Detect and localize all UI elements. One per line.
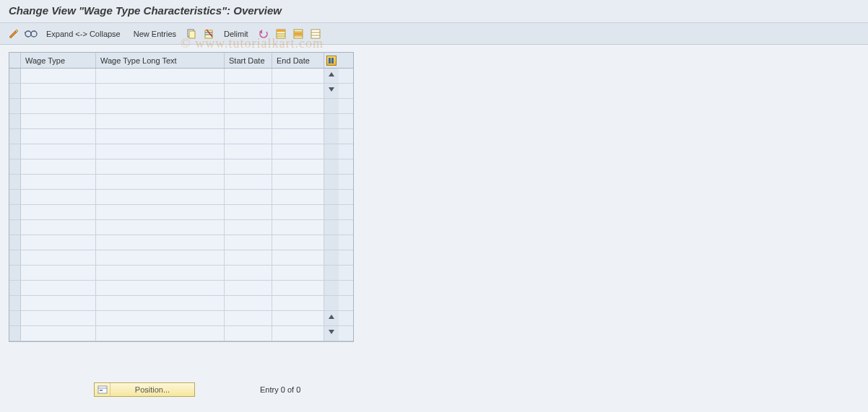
cell-end-date[interactable] [272,144,324,159]
column-header-end-date[interactable]: End Date [272,53,324,68]
cell-long-text[interactable] [96,205,225,219]
cell-wage-type[interactable] [21,175,96,189]
cell-wage-type[interactable] [21,84,96,98]
cell-end-date[interactable] [272,311,324,325]
cell-start-date[interactable] [225,84,272,98]
undo-icon[interactable] [257,27,270,40]
cell-start-date[interactable] [225,99,272,113]
cell-long-text[interactable] [96,99,225,113]
cell-end-date[interactable] [272,84,324,98]
cell-end-date[interactable] [272,175,324,189]
cell-long-text[interactable] [96,190,225,204]
cell-wage-type[interactable] [21,99,96,113]
cell-long-text[interactable] [96,235,225,250]
select-block-icon[interactable] [292,27,305,40]
row-selector[interactable] [9,250,21,265]
cell-start-date[interactable] [225,250,272,265]
row-selector[interactable] [9,235,21,250]
other-view-icon[interactable] [25,27,38,40]
scroll-up-icon[interactable] [327,70,336,79]
cell-long-text[interactable] [96,326,225,341]
scroll-down-bottom-icon[interactable] [327,328,336,336]
column-header-wage-type[interactable]: Wage Type [21,53,96,68]
cell-wage-type[interactable] [21,159,96,174]
copy-icon[interactable] [185,27,198,40]
deselect-all-icon[interactable] [309,27,322,40]
position-button[interactable]: Position... [94,382,195,397]
cell-start-date[interactable] [225,326,272,341]
cell-start-date[interactable] [225,129,272,144]
row-selector[interactable] [9,220,21,235]
cell-start-date[interactable] [225,144,272,159]
row-selector[interactable] [9,205,21,219]
cell-long-text[interactable] [96,266,225,280]
cell-start-date[interactable] [225,235,272,250]
cell-end-date[interactable] [272,235,324,250]
row-selector[interactable] [9,296,21,310]
cell-start-date[interactable] [225,159,272,174]
toggle-display-change-icon[interactable] [7,27,20,40]
cell-end-date[interactable] [272,159,324,174]
cell-end-date[interactable] [272,250,324,265]
row-selector[interactable] [9,190,21,204]
cell-end-date[interactable] [272,129,324,144]
cell-wage-type[interactable] [21,144,96,159]
row-selector[interactable] [9,159,21,174]
cell-wage-type[interactable] [21,296,96,310]
column-header-long-text[interactable]: Wage Type Long Text [96,53,225,68]
row-selector[interactable] [9,311,21,325]
cell-wage-type[interactable] [21,190,96,204]
row-selector[interactable] [9,84,21,98]
select-all-icon[interactable] [274,27,287,40]
cell-start-date[interactable] [225,175,272,189]
cell-long-text[interactable] [96,250,225,265]
cell-long-text[interactable] [96,114,225,128]
cell-end-date[interactable] [272,69,324,83]
row-selector[interactable] [9,69,21,83]
new-entries-button[interactable]: New Entries [129,28,181,40]
row-selector[interactable] [9,129,21,144]
cell-wage-type[interactable] [21,114,96,128]
cell-long-text[interactable] [96,84,225,98]
cell-start-date[interactable] [225,190,272,204]
cell-end-date[interactable] [272,266,324,280]
cell-long-text[interactable] [96,69,225,83]
cell-end-date[interactable] [272,190,324,204]
cell-long-text[interactable] [96,281,225,295]
cell-long-text[interactable] [96,296,225,310]
cell-end-date[interactable] [272,326,324,341]
cell-start-date[interactable] [225,114,272,128]
cell-start-date[interactable] [225,220,272,235]
cell-start-date[interactable] [225,296,272,310]
cell-wage-type[interactable] [21,281,96,295]
table-configure-button[interactable] [324,53,339,68]
cell-start-date[interactable] [225,69,272,83]
cell-long-text[interactable] [96,159,225,174]
cell-wage-type[interactable] [21,69,96,83]
expand-collapse-button[interactable]: Expand <-> Collapse [42,28,125,40]
delimit-button[interactable]: Delimit [220,28,253,40]
row-selector[interactable] [9,266,21,280]
row-selector[interactable] [9,99,21,113]
cell-end-date[interactable] [272,114,324,128]
cell-end-date[interactable] [272,205,324,219]
row-selector[interactable] [9,144,21,159]
cell-start-date[interactable] [225,205,272,219]
cell-long-text[interactable] [96,311,225,325]
cell-wage-type[interactable] [21,220,96,235]
row-selector[interactable] [9,175,21,189]
scroll-up-bottom-icon[interactable] [327,312,336,321]
delete-icon[interactable] [202,27,215,40]
cell-wage-type[interactable] [21,129,96,144]
cell-long-text[interactable] [96,220,225,235]
row-selector[interactable] [9,281,21,295]
cell-end-date[interactable] [272,296,324,310]
cell-wage-type[interactable] [21,235,96,250]
cell-long-text[interactable] [96,129,225,144]
cell-end-date[interactable] [272,99,324,113]
row-selector[interactable] [9,326,21,341]
scroll-down-icon[interactable] [327,85,336,94]
cell-long-text[interactable] [96,144,225,159]
column-header-start-date[interactable]: Start Date [225,53,272,68]
cell-start-date[interactable] [225,266,272,280]
